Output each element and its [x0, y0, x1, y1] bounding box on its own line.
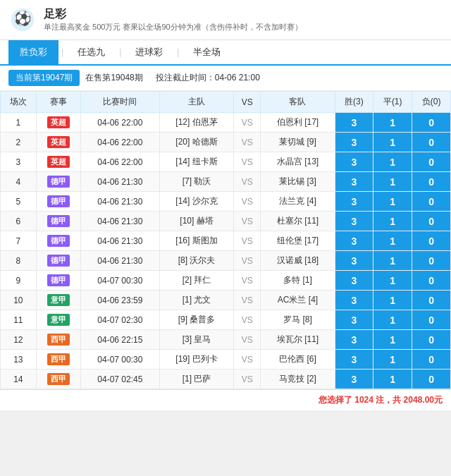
col-header-id: 场次	[1, 92, 37, 113]
cell-league: 英超	[36, 113, 80, 133]
table-row: 2 英超 04-06 22:00 [20] 哈德斯 VS 莱切城 [9] 3 1…	[1, 133, 451, 152]
cell-time: 04-06 22:15	[80, 330, 159, 350]
cell-win[interactable]: 3	[335, 310, 373, 330]
league-badge: 德甲	[47, 195, 70, 207]
cell-lose[interactable]: 0	[412, 350, 451, 370]
cell-time: 04-06 21:30	[80, 251, 159, 271]
cell-league: 西甲	[36, 370, 80, 389]
col-header-league: 赛事	[36, 92, 80, 113]
table-row: 12 西甲 04-06 22:15 [3] 皇马 VS 埃瓦尔 [11] 3 1…	[1, 330, 451, 350]
cell-draw[interactable]: 1	[373, 113, 412, 133]
cell-time: 04-06 23:59	[80, 291, 159, 310]
tab-halfcourt[interactable]: 半全场	[182, 40, 232, 64]
cell-lose[interactable]: 0	[412, 271, 451, 291]
cell-lose[interactable]: 0	[412, 231, 451, 251]
cell-win[interactable]: 3	[335, 251, 373, 271]
current-period-button[interactable]: 当前第19047期	[8, 70, 80, 86]
table-row: 14 西甲 04-07 02:45 [1] 巴萨 VS 马竞技 [2] 3 1 …	[1, 370, 451, 389]
cell-league: 西甲	[36, 330, 80, 350]
cell-win[interactable]: 3	[335, 152, 373, 172]
cell-win[interactable]: 3	[335, 370, 373, 389]
cell-draw[interactable]: 1	[373, 291, 412, 310]
cell-draw[interactable]: 1	[373, 192, 412, 212]
tab-bar: 胜负彩 | 任选九 | 进球彩 | 半全场	[0, 40, 451, 66]
cell-home: [2] 拜仁	[159, 271, 233, 291]
cell-lose[interactable]: 0	[412, 251, 451, 271]
cell-id: 7	[1, 231, 37, 251]
cell-away: 莱切城 [9]	[261, 133, 335, 152]
cell-win[interactable]: 3	[335, 231, 373, 251]
cell-home: [3] 皇马	[159, 330, 233, 350]
col-header-lose: 负(0)	[412, 92, 451, 113]
cell-lose[interactable]: 0	[412, 133, 451, 152]
cell-time: 04-06 22:00	[80, 113, 159, 133]
col-header-draw: 平(1)	[373, 92, 412, 113]
cell-win[interactable]: 3	[335, 291, 373, 310]
col-header-win: 胜(3)	[335, 92, 373, 113]
cell-away: 多特 [1]	[261, 271, 335, 291]
cell-win[interactable]: 3	[335, 133, 373, 152]
cell-id: 12	[1, 330, 37, 350]
cell-win[interactable]: 3	[335, 350, 373, 370]
cell-time: 04-06 21:30	[80, 231, 159, 251]
cell-away: AC米兰 [4]	[261, 291, 335, 310]
col-header-vs: VS	[234, 92, 261, 113]
cell-draw[interactable]: 1	[373, 212, 412, 231]
cell-id: 8	[1, 251, 37, 271]
svg-text:⚽: ⚽	[14, 10, 32, 27]
cell-draw[interactable]: 1	[373, 350, 412, 370]
cell-id: 3	[1, 152, 37, 172]
cell-home: [8] 沃尔夫	[159, 251, 233, 271]
tab-nine[interactable]: 任选九	[66, 40, 116, 64]
cell-home: [20] 哈德斯	[159, 133, 233, 152]
cell-draw[interactable]: 1	[373, 172, 412, 192]
cell-draw[interactable]: 1	[373, 330, 412, 350]
cell-win[interactable]: 3	[335, 212, 373, 231]
table-row: 5 德甲 04-06 21:30 [14] 沙尔克 VS 法兰克 [4] 3 1…	[1, 192, 451, 212]
table-row: 7 德甲 04-06 21:30 [16] 斯图加 VS 纽伦堡 [17] 3 …	[1, 231, 451, 251]
cell-draw[interactable]: 1	[373, 152, 412, 172]
col-header-time: 比赛时间	[80, 92, 159, 113]
cell-vs: VS	[234, 152, 261, 172]
cell-lose[interactable]: 0	[412, 152, 451, 172]
cell-win[interactable]: 3	[335, 192, 373, 212]
cell-win[interactable]: 3	[335, 113, 373, 133]
cell-draw[interactable]: 1	[373, 251, 412, 271]
cell-lose[interactable]: 0	[412, 330, 451, 350]
cell-id: 9	[1, 271, 37, 291]
cell-draw[interactable]: 1	[373, 133, 412, 152]
cell-draw[interactable]: 1	[373, 310, 412, 330]
header-info: 足彩 单注最高奖金 500万元 赛果以全场90分钟为准（含伤停补时，不含加时赛）	[44, 7, 302, 32]
tab-goal[interactable]: 进球彩	[124, 40, 174, 64]
cell-home: [12] 伯恩茅	[159, 113, 233, 133]
cell-lose[interactable]: 0	[412, 370, 451, 389]
tab-divider-1: |	[58, 47, 66, 57]
cell-win[interactable]: 3	[335, 172, 373, 192]
cell-home: [1] 巴萨	[159, 370, 233, 389]
league-badge: 西甲	[47, 373, 70, 385]
col-header-away: 客队	[261, 92, 335, 113]
cell-win[interactable]: 3	[335, 271, 373, 291]
cell-lose[interactable]: 0	[412, 172, 451, 192]
cell-lose[interactable]: 0	[412, 291, 451, 310]
cell-lose[interactable]: 0	[412, 310, 451, 330]
cell-lose[interactable]: 0	[412, 113, 451, 133]
cell-draw[interactable]: 1	[373, 231, 412, 251]
cell-away: 汉诺威 [18]	[261, 251, 335, 271]
cell-league: 意甲	[36, 291, 80, 310]
cell-away: 罗马 [8]	[261, 310, 335, 330]
cell-lose[interactable]: 0	[412, 212, 451, 231]
tab-victory[interactable]: 胜负彩	[8, 40, 58, 64]
cell-draw[interactable]: 1	[373, 271, 412, 291]
cell-vs: VS	[234, 231, 261, 251]
cell-win[interactable]: 3	[335, 330, 373, 350]
cell-home: [14] 沙尔克	[159, 192, 233, 212]
tab-divider-2: |	[116, 47, 124, 57]
cell-draw[interactable]: 1	[373, 370, 412, 389]
cell-id: 10	[1, 291, 37, 310]
cell-time: 04-07 02:45	[80, 370, 159, 389]
league-badge: 西甲	[47, 353, 70, 365]
cell-vs: VS	[234, 212, 261, 231]
cell-lose[interactable]: 0	[412, 192, 451, 212]
cell-home: [16] 斯图加	[159, 231, 233, 251]
